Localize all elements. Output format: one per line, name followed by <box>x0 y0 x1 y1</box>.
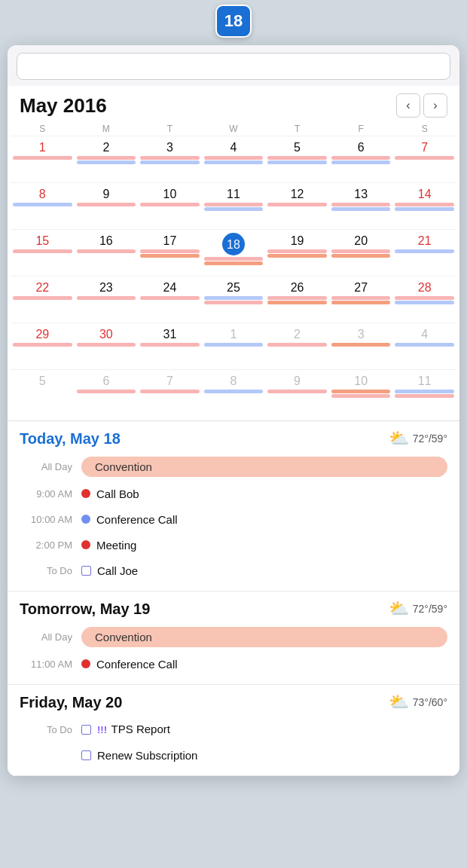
next-month-button[interactable]: › <box>423 93 447 118</box>
calendar-day-cell[interactable]: 6 <box>329 136 393 182</box>
event-bar <box>331 394 391 398</box>
event-bar <box>204 343 264 347</box>
schedule-event-row[interactable]: To DoCall Joe <box>8 558 459 583</box>
todo-name: Renew Subscription <box>97 749 197 762</box>
calendar-day-cell[interactable]: 31 <box>138 322 202 369</box>
calendar-day-cell[interactable]: 22 <box>11 276 75 322</box>
calendar-day-cell[interactable]: 1 <box>202 322 266 369</box>
calendar-day-cell[interactable]: 23 <box>75 276 139 322</box>
calendar-day-cell[interactable]: 3 <box>329 322 393 369</box>
event-bar <box>267 296 327 300</box>
calendar-day-cell[interactable]: 10 <box>329 369 393 416</box>
day-number: 20 <box>331 231 392 249</box>
calendar-day-cell[interactable]: 9 <box>75 182 139 229</box>
calendar-day-cell[interactable]: 5 <box>11 369 75 416</box>
calendar-day-cell[interactable]: 2 <box>265 322 329 369</box>
calendar-day-cell[interactable]: 20 <box>329 229 393 276</box>
calendar-day-cell[interactable]: 21 <box>392 229 456 276</box>
calendar-day-cell[interactable]: 4 <box>392 322 456 369</box>
calendar-day-cell[interactable]: 4 <box>202 136 266 182</box>
calendar-day-cell[interactable]: 25 <box>202 276 266 322</box>
calendar-day-cell[interactable]: 7 <box>392 136 456 182</box>
calendar-day-cell[interactable]: 19 <box>265 229 329 276</box>
search-bar-container <box>8 45 459 86</box>
event-bar <box>395 156 454 160</box>
day-number: 6 <box>331 138 392 156</box>
event-bar <box>267 203 327 206</box>
event-bar <box>204 390 264 393</box>
calendar-day-cell[interactable]: 27 <box>329 276 393 322</box>
search-input[interactable] <box>17 53 450 80</box>
prev-month-button[interactable]: ‹ <box>396 93 420 118</box>
schedule-event-row[interactable]: Renew Subscription <box>8 742 459 768</box>
calendar-day-cell[interactable]: 8 <box>202 369 266 416</box>
allday-event-pill[interactable]: Convention <box>81 457 447 477</box>
day-number: 31 <box>139 325 200 343</box>
event-bar <box>204 160 264 164</box>
schedule-event-row[interactable]: 11:00 AMConference Call <box>8 651 459 677</box>
event-bar <box>204 261 264 265</box>
todo-checkbox[interactable] <box>81 566 91 576</box>
day-number: 23 <box>76 278 137 296</box>
day-number: 1 <box>203 325 264 343</box>
calendar-day-cell[interactable]: 16 <box>75 229 139 276</box>
event-bar <box>77 296 136 300</box>
calendar-day-cell[interactable]: 8 <box>11 182 75 229</box>
schedule-event-row[interactable]: 2:00 PMMeeting <box>8 532 459 558</box>
calendar-day-cell[interactable]: 14 <box>392 182 456 229</box>
schedule-event-row[interactable]: To Do!!! TPS Report <box>8 717 459 742</box>
schedule-event-row[interactable]: All DayConvention <box>8 453 459 481</box>
calendar-day-cell[interactable]: 13 <box>329 182 393 229</box>
calendar-day-cell[interactable]: 7 <box>138 369 202 416</box>
event-time: 9:00 AM <box>20 488 81 500</box>
todo-checkbox[interactable] <box>81 750 91 760</box>
day-number: 10 <box>331 371 392 390</box>
day-number: 18 <box>222 233 245 255</box>
day-number: 2 <box>267 325 328 343</box>
calendar-day-cell[interactable]: 10 <box>138 182 202 229</box>
calendar-day-cell[interactable]: 29 <box>11 322 75 369</box>
todo-checkbox[interactable] <box>81 725 91 735</box>
schedule-day-title: Today, May 18 <box>20 430 121 448</box>
event-bar <box>267 156 327 160</box>
calendar-day-cell[interactable]: 30 <box>75 322 139 369</box>
event-time: 10:00 AM <box>20 514 81 525</box>
schedule-event-row[interactable]: All DayConvention <box>8 623 459 651</box>
schedule-event-row[interactable]: 10:00 AMConference Call <box>8 506 459 532</box>
calendar-day-cell[interactable]: 28 <box>392 276 456 322</box>
day-header-label: T <box>265 121 329 136</box>
calendar-day-cell[interactable]: 1 <box>11 136 75 182</box>
event-time: To Do <box>20 724 81 735</box>
event-bar <box>77 343 136 347</box>
calendar-day-cell[interactable]: 6 <box>75 369 139 416</box>
event-bar <box>395 207 454 211</box>
day-number: 9 <box>76 185 137 203</box>
event-time: To Do <box>20 565 81 576</box>
event-time: All Day <box>20 631 81 643</box>
calendar-day-cell[interactable]: 26 <box>265 276 329 322</box>
calendar-day-cell[interactable]: 24 <box>138 276 202 322</box>
calendar-day-cell[interactable]: 15 <box>11 229 75 276</box>
calendar-day-cell[interactable]: 5 <box>265 136 329 182</box>
todo-name: TPS Report <box>111 723 170 735</box>
day-number: 19 <box>267 231 328 249</box>
day-number: 24 <box>139 278 200 296</box>
calendar-day-cell[interactable]: 17 <box>138 229 202 276</box>
event-bar <box>331 301 391 304</box>
calendar-day-cell[interactable]: 12 <box>265 182 329 229</box>
calendar-day-cell[interactable]: 3 <box>138 136 202 182</box>
calendar-day-cell[interactable]: 2 <box>75 136 139 182</box>
day-number: 10 <box>139 185 200 203</box>
allday-event-pill[interactable]: Convention <box>81 627 447 647</box>
event-bar <box>395 301 454 304</box>
calendar-day-cell[interactable]: 11 <box>202 182 266 229</box>
day-number: 3 <box>331 325 392 343</box>
schedule-event-row[interactable]: 9:00 AMCall Bob <box>8 481 459 506</box>
calendar-day-cell[interactable]: 11 <box>392 369 456 416</box>
calendar-day-cell[interactable]: 9 <box>265 369 329 416</box>
day-number: 8 <box>203 371 264 390</box>
day-number: 11 <box>394 371 455 390</box>
day-number: 17 <box>139 231 200 249</box>
calendar-day-cell[interactable]: 18 <box>202 229 266 276</box>
weather-temp: 73°/60° <box>413 696 447 708</box>
